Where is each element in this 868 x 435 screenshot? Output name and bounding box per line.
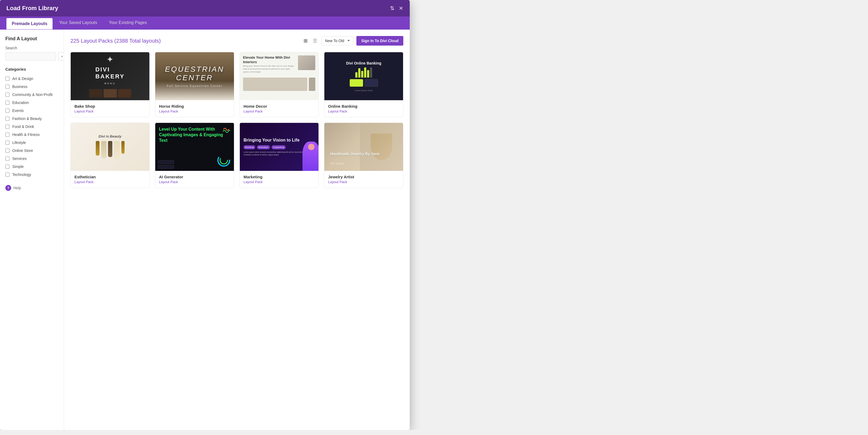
- category-label-services: Services: [12, 157, 27, 161]
- layout-card-horse-riding[interactable]: EQUESTRIANCENTER Full Service Equestrian…: [155, 52, 234, 117]
- sidebar-title: Find A Layout: [5, 36, 58, 42]
- category-checkbox-services[interactable]: [5, 157, 9, 161]
- card-name-ai-generator: AI Generator: [159, 175, 230, 179]
- modal-container: Load From Library ⇅ ✕ Premade Layouts Yo…: [0, 0, 410, 430]
- card-preview-ai: Level Up Your Content With Captivating I…: [155, 123, 234, 171]
- category-checkbox-simple[interactable]: [5, 164, 9, 169]
- category-item-art-design[interactable]: Art & Design: [5, 75, 58, 82]
- category-item-online-store[interactable]: Online Store: [5, 146, 58, 155]
- category-label-health-fitness: Health & Fitness: [12, 132, 40, 137]
- header-actions: ⇅ ✕: [390, 5, 403, 11]
- card-name-online-banking: Online Banking: [328, 104, 399, 108]
- tab-existing-pages[interactable]: Your Existing Pages: [103, 16, 152, 30]
- category-label-online-store: Online Store: [12, 148, 33, 153]
- close-button[interactable]: ✕: [399, 5, 403, 11]
- svg-point-1: [220, 157, 227, 164]
- filter-button[interactable]: + Filter: [58, 52, 64, 61]
- card-preview-horse: EQUESTRIANCENTER Full Service Equestrian…: [155, 52, 234, 100]
- tab-premade-layouts[interactable]: Premade Layouts: [6, 18, 53, 29]
- card-info-jewelry-artist: Jewelry Artist Layout Pack: [324, 171, 403, 188]
- sort-select[interactable]: New To Old Old To New A to Z Z to A: [321, 36, 353, 45]
- category-item-community-nonprofit[interactable]: Community & Non-Profit: [5, 91, 58, 99]
- category-checkbox-online-store[interactable]: [5, 148, 9, 153]
- category-checkbox-events[interactable]: [5, 108, 9, 113]
- card-preview-esthetician: Divi is Beauty: [71, 123, 149, 171]
- category-item-food-drink[interactable]: Food & Drink: [5, 123, 58, 131]
- grid-view-button[interactable]: [303, 37, 309, 45]
- card-name-home-decor: Home Decor: [244, 104, 315, 108]
- category-checkbox-art-design[interactable]: [5, 76, 9, 81]
- help-icon: ?: [5, 185, 11, 191]
- card-name-horse-riding: Horse Riding: [159, 104, 230, 108]
- tab-saved-layouts[interactable]: Your Saved Layouts: [54, 16, 102, 30]
- grid-icon: [304, 38, 308, 43]
- divi-cloud-button[interactable]: Sign In To Divi Cloud: [356, 36, 403, 45]
- modal-title: Load From Library: [6, 5, 58, 12]
- card-info-esthetician: Esthetician Layout Pack: [71, 171, 149, 188]
- search-input[interactable]: [5, 52, 56, 61]
- category-item-health-fitness[interactable]: Health & Fitness: [5, 131, 58, 139]
- card-preview-bake: ✦ DIVIBAKERY MENU: [71, 52, 149, 100]
- categories-title: Categories: [5, 67, 58, 71]
- category-label-fashion-beauty: Fashion & Beauty: [12, 116, 42, 121]
- category-checkbox-food-drink[interactable]: [5, 125, 9, 129]
- category-checkbox-business[interactable]: [5, 85, 9, 89]
- layout-card-esthetician[interactable]: Divi is Beauty Esthetician Layout Pack: [70, 123, 150, 188]
- card-info-home-decor: Home Decor Layout Pack: [240, 100, 318, 117]
- card-name-esthetician: Esthetician: [74, 175, 146, 179]
- card-type-online-banking: Layout Pack: [328, 109, 399, 113]
- category-item-business[interactable]: Business: [5, 82, 58, 91]
- card-type-esthetician: Layout Pack: [74, 180, 146, 184]
- layout-card-online-banking[interactable]: Divi Online Banking Lorem ipsum Dolor: [324, 52, 403, 117]
- content-toolbar: 225 Layout Packs (2388 Total layouts) Ne…: [70, 36, 403, 45]
- category-item-lifestyle[interactable]: Lifestyle: [5, 139, 58, 146]
- modal-body: Find A Layout Search + Filter Categories…: [0, 30, 410, 430]
- layout-card-marketing[interactable]: Bringing Your Vision to Life Branding Il…: [240, 123, 319, 188]
- help-button[interactable]: ? Help: [5, 185, 21, 191]
- category-label-art-design: Art & Design: [12, 76, 33, 81]
- category-item-simple[interactable]: Simple: [5, 163, 58, 171]
- card-type-home-decor: Layout Pack: [244, 109, 315, 113]
- sidebar: Find A Layout Search + Filter Categories…: [0, 30, 64, 430]
- tabs-bar: Premade Layouts Your Saved Layouts Your …: [0, 16, 410, 30]
- category-checkbox-education[interactable]: [5, 100, 9, 105]
- layout-card-bake-shop[interactable]: ✦ DIVIBAKERY MENU Bake Shop Layout Pack: [70, 52, 150, 117]
- categories-list: Art & Design Business Community & Non-Pr…: [5, 75, 58, 178]
- category-item-fashion-beauty[interactable]: Fashion & Beauty: [5, 114, 58, 123]
- category-label-business: Business: [12, 85, 28, 89]
- card-info-horse-riding: Horse Riding Layout Pack: [155, 100, 234, 117]
- card-type-ai-generator: Layout Pack: [159, 180, 230, 184]
- card-name-bake-shop: Bake Shop: [74, 104, 146, 108]
- category-item-events[interactable]: Events: [5, 107, 58, 114]
- category-item-technology[interactable]: Technology: [5, 171, 58, 178]
- card-type-horse-riding: Layout Pack: [159, 109, 230, 113]
- category-checkbox-technology[interactable]: [5, 172, 9, 177]
- card-name-marketing: Marketing: [244, 175, 315, 179]
- layout-card-jewelry-artist[interactable]: Handmade Jewelry By Jane Divi Jewelry Je…: [324, 123, 403, 188]
- search-row: + Filter: [5, 52, 58, 61]
- layout-count-main: 225 Layout Packs: [70, 38, 113, 44]
- card-info-marketing: Marketing Layout Pack: [240, 171, 318, 188]
- category-checkbox-lifestyle[interactable]: [5, 140, 9, 145]
- category-label-food-drink: Food & Drink: [12, 125, 34, 129]
- layout-count: 225 Layout Packs (2388 Total layouts): [70, 38, 161, 44]
- layout-card-home-decor[interactable]: Elevate Your Home With Divi Interiors Br…: [240, 52, 319, 117]
- card-preview-banking: Divi Online Banking Lorem ipsum Dolor: [324, 52, 403, 100]
- layout-card-ai-generator[interactable]: Level Up Your Content With Captivating I…: [155, 123, 234, 188]
- category-checkbox-fashion-beauty[interactable]: [5, 116, 9, 121]
- layouts-grid: ✦ DIVIBAKERY MENU Bake Shop Layout Pack …: [70, 52, 403, 188]
- sort-icon-button[interactable]: ⇅: [390, 5, 395, 11]
- category-item-services[interactable]: Services: [5, 155, 58, 163]
- main-content: 225 Layout Packs (2388 Total layouts) Ne…: [64, 30, 410, 430]
- category-checkbox-community-nonprofit[interactable]: [5, 93, 9, 97]
- category-item-education[interactable]: Education: [5, 99, 58, 107]
- category-label-technology: Technology: [12, 172, 31, 177]
- help-label: Help: [13, 186, 21, 190]
- list-view-button[interactable]: [312, 37, 318, 45]
- category-checkbox-health-fitness[interactable]: [5, 132, 9, 137]
- category-label-simple: Simple: [12, 164, 24, 169]
- category-label-lifestyle: Lifestyle: [12, 140, 26, 145]
- card-preview-home: Elevate Your Home With Divi Interiors Br…: [240, 52, 318, 100]
- card-type-jewelry-artist: Layout Pack: [328, 180, 399, 184]
- category-label-events: Events: [12, 108, 24, 113]
